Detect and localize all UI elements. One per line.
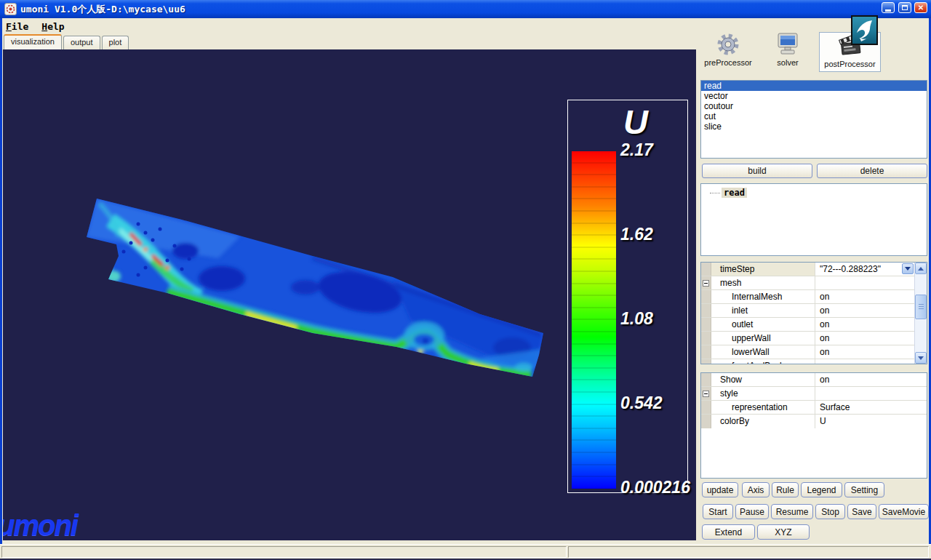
colorbar-tick: 1.62: [620, 225, 653, 244]
scroll-up-arrow[interactable]: [915, 263, 927, 274]
delete-button[interactable]: delete: [817, 164, 927, 178]
colorbar-legend: U 2.17 1.62 1.08 0.542 0.000216: [567, 100, 688, 493]
tree-branch-dots: [710, 193, 720, 193]
colorbar-tick-max: 2.17: [620, 140, 653, 160]
property-row-style-group[interactable]: style: [701, 387, 927, 401]
preprocessor-button[interactable]: preProcessor: [693, 31, 763, 67]
menu-file[interactable]: File: [6, 21, 28, 32]
titlebar[interactable]: umoni V1.0个人版-D:\mycase\uu6 ✕: [0, 0, 931, 18]
legend-button[interactable]: Legend: [801, 482, 842, 497]
property-row-lowerwall[interactable]: lowerWall on: [701, 345, 927, 359]
xyz-button[interactable]: XYZ: [757, 524, 810, 540]
window-border-left: [0, 18, 2, 544]
colorbar-tick: 1.08: [620, 309, 653, 329]
display-properties-table[interactable]: Show on style representation Surface col…: [700, 372, 927, 479]
colorbar-tick-min: 0.000216: [620, 478, 690, 497]
start-button[interactable]: Start: [703, 504, 733, 519]
collapse-icon[interactable]: [703, 391, 709, 397]
list-item-cut[interactable]: cut: [701, 111, 927, 121]
window-title: umoni V1.0个人版-D:\mycase\uu6: [20, 3, 185, 16]
postprocessor-label: postProcessor: [820, 60, 880, 68]
save-button[interactable]: Save: [847, 504, 876, 519]
setting-button[interactable]: Setting: [844, 482, 884, 497]
property-row-show[interactable]: Show on: [701, 373, 927, 387]
swallow-bird-logo: [851, 15, 878, 45]
render-viewport[interactable]: U 2.17 1.62 1.08 0.542 0.000216 umoni: [3, 49, 696, 540]
pipeline-tree[interactable]: read: [700, 183, 927, 256]
gear-icon: [693, 31, 763, 58]
colorbar-tick: 0.542: [620, 393, 663, 413]
property-row-mesh-group[interactable]: mesh: [701, 276, 927, 290]
update-button[interactable]: update: [702, 482, 738, 497]
resume-button[interactable]: Resume: [771, 504, 813, 519]
pause-button[interactable]: Pause: [735, 504, 769, 519]
tab-visualization[interactable]: visualization: [4, 34, 62, 49]
timestep-combobox-value[interactable]: "72---0.288223": [820, 264, 881, 274]
list-item-vector[interactable]: vector: [701, 91, 927, 101]
menu-help[interactable]: Help: [41, 21, 64, 32]
solver-button[interactable]: solver: [755, 31, 820, 67]
properties-scrollbar[interactable]: [914, 263, 927, 364]
solver-label: solver: [755, 58, 820, 67]
scroll-down-arrow[interactable]: [915, 352, 927, 364]
close-button[interactable]: ✕: [914, 2, 927, 13]
preprocessor-label: preProcessor: [693, 58, 763, 67]
list-item-read[interactable]: read: [701, 81, 927, 91]
reader-properties-table[interactable]: timeStep "72---0.288223" mesh InternalMe…: [700, 262, 927, 364]
status-panel-left: [1, 546, 567, 558]
tab-plot[interactable]: plot: [102, 36, 129, 49]
timestep-dropdown-button[interactable]: [902, 263, 914, 274]
property-row-outlet[interactable]: outlet on: [701, 318, 927, 332]
tab-output[interactable]: output: [63, 36, 100, 49]
savemovie-button[interactable]: SaveMovie: [879, 504, 929, 519]
app-icon: [4, 3, 17, 15]
tabbar: visualization output plot: [4, 34, 130, 49]
axis-button[interactable]: Axis: [742, 482, 770, 497]
umoni-watermark-logo: umoni: [3, 509, 77, 540]
colorbar-title: U: [610, 102, 661, 142]
pipeline-listbox[interactable]: read vector coutour cut slice: [700, 80, 927, 159]
property-row-colorby[interactable]: colorBy U: [701, 415, 927, 428]
collapse-icon[interactable]: [703, 280, 709, 287]
colorbar-gradient: [572, 151, 616, 489]
property-row-inlet[interactable]: inlet on: [701, 304, 927, 318]
scroll-thumb[interactable]: [915, 295, 927, 319]
property-row-timestep[interactable]: timeStep "72---0.288223": [701, 263, 927, 276]
extend-button[interactable]: Extend: [702, 524, 755, 540]
restore-button[interactable]: [898, 2, 911, 13]
status-bar: [0, 544, 931, 559]
property-row-representation[interactable]: representation Surface: [701, 401, 927, 415]
minimize-button[interactable]: [882, 2, 895, 13]
tree-item-read[interactable]: read: [710, 188, 927, 198]
property-row-internalmesh[interactable]: InternalMesh on: [701, 290, 927, 304]
property-row-frontandback-clipped[interactable]: frontAndBack: [701, 359, 927, 364]
build-button[interactable]: build: [702, 164, 812, 178]
stop-button[interactable]: Stop: [815, 504, 845, 519]
property-row-upperwall[interactable]: upperWall on: [701, 332, 927, 345]
list-item-coutour[interactable]: coutour: [701, 101, 927, 111]
rule-button[interactable]: Rule: [772, 482, 799, 497]
status-panel-right: [568, 546, 929, 558]
list-item-slice[interactable]: slice: [701, 121, 927, 132]
computer-icon: [755, 31, 820, 58]
